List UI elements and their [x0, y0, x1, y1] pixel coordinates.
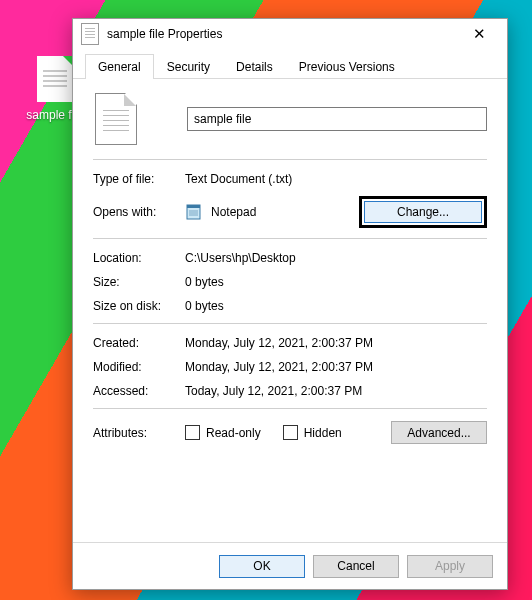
size-on-disk-value: 0 bytes: [185, 299, 224, 313]
text-file-icon: [37, 56, 73, 102]
properties-window: sample file Properties ✕ General Securit…: [72, 18, 508, 590]
type-of-file-value: Text Document (.txt): [185, 172, 292, 186]
hidden-checkbox[interactable]: Hidden: [283, 425, 342, 440]
dialog-footer: OK Cancel Apply: [73, 542, 507, 589]
size-value: 0 bytes: [185, 275, 224, 289]
modified-label: Modified:: [93, 360, 185, 374]
tab-details[interactable]: Details: [223, 54, 286, 79]
advanced-button[interactable]: Advanced...: [391, 421, 487, 444]
svg-rect-1: [187, 205, 200, 208]
separator: [93, 159, 487, 160]
hidden-label: Hidden: [304, 426, 342, 440]
close-button[interactable]: ✕: [459, 19, 499, 49]
general-tab-content: Type of file: Text Document (.txt) Opens…: [73, 79, 507, 542]
window-file-icon: [81, 23, 99, 45]
checkbox-icon: [185, 425, 200, 440]
location-value: C:\Users\hp\Desktop: [185, 251, 296, 265]
size-label: Size:: [93, 275, 185, 289]
opens-with-value: Notepad: [211, 205, 256, 219]
change-button-highlight: Change...: [359, 196, 487, 228]
opens-with-label: Opens with:: [93, 205, 185, 219]
tab-general[interactable]: General: [85, 54, 154, 79]
attributes-label: Attributes:: [93, 426, 185, 440]
file-type-icon: [95, 93, 137, 145]
ok-button[interactable]: OK: [219, 555, 305, 578]
window-title: sample file Properties: [107, 27, 459, 41]
tab-previous-versions[interactable]: Previous Versions: [286, 54, 408, 79]
created-label: Created:: [93, 336, 185, 350]
tab-security[interactable]: Security: [154, 54, 223, 79]
titlebar[interactable]: sample file Properties ✕: [73, 19, 507, 49]
modified-value: Monday, July 12, 2021, 2:00:37 PM: [185, 360, 373, 374]
read-only-checkbox[interactable]: Read-only: [185, 425, 261, 440]
filename-input[interactable]: [187, 107, 487, 131]
apply-button[interactable]: Apply: [407, 555, 493, 578]
created-value: Monday, July 12, 2021, 2:00:37 PM: [185, 336, 373, 350]
read-only-label: Read-only: [206, 426, 261, 440]
separator: [93, 323, 487, 324]
separator: [93, 238, 487, 239]
type-of-file-label: Type of file:: [93, 172, 185, 186]
separator: [93, 408, 487, 409]
tab-bar: General Security Details Previous Versio…: [73, 49, 507, 79]
checkbox-icon: [283, 425, 298, 440]
notepad-icon: [185, 203, 203, 221]
accessed-label: Accessed:: [93, 384, 185, 398]
cancel-button[interactable]: Cancel: [313, 555, 399, 578]
location-label: Location:: [93, 251, 185, 265]
accessed-value: Today, July 12, 2021, 2:00:37 PM: [185, 384, 362, 398]
desktop-background: sample file sample file Properties ✕ Gen…: [0, 0, 532, 600]
size-on-disk-label: Size on disk:: [93, 299, 185, 313]
change-button[interactable]: Change...: [364, 201, 482, 223]
